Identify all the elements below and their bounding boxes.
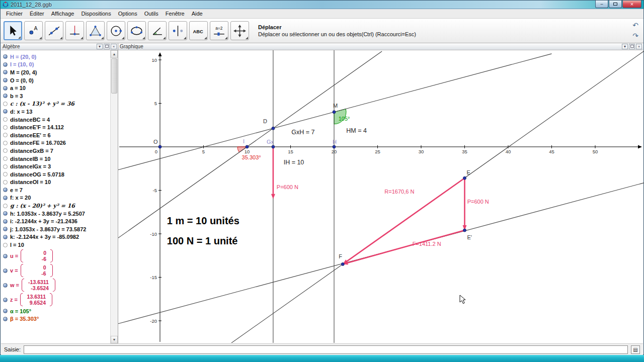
tool-perpendicular-line-button[interactable]	[65, 21, 84, 40]
algebra-item[interactable]: I = (10, 0)	[1, 61, 110, 69]
algebra-item[interactable]: distanceIB = 10	[1, 155, 110, 163]
visibility-marble-icon[interactable]	[3, 125, 8, 130]
legend-text[interactable]: 100 N = 1 unité	[167, 235, 238, 246]
algebra-item[interactable]: distanceE'F = 14.112	[1, 123, 110, 131]
scroll-up-button[interactable]: ▲	[111, 50, 118, 58]
tool-line-button[interactable]	[45, 21, 63, 40]
menu-item[interactable]: Dispositions	[77, 10, 114, 18]
visibility-marble-icon[interactable]	[3, 102, 8, 106]
menu-item[interactable]: Éditer	[26, 10, 48, 18]
visibility-marble-icon[interactable]	[3, 235, 8, 239]
graphics-close-button[interactable]: ×	[636, 44, 642, 49]
visibility-marble-icon[interactable]	[3, 86, 8, 90]
algebra-item[interactable]: distanceGxB = 7	[1, 147, 110, 155]
algebra-item[interactable]: α = 105°	[1, 307, 110, 315]
vector-label[interactable]: F=1411.2 N	[413, 241, 441, 247]
visibility-marble-icon[interactable]	[3, 109, 8, 114]
visibility-marble-icon[interactable]	[3, 211, 8, 216]
measure-text[interactable]: GxH = 7	[291, 129, 314, 136]
algebra-item[interactable]: z = 13.63119.6524	[1, 293, 110, 307]
visibility-marble-icon[interactable]	[3, 227, 8, 231]
legend-text[interactable]: 1 m = 10 unités	[167, 215, 239, 226]
visibility-marble-icon[interactable]	[3, 180, 8, 185]
tool-conic-button[interactable]	[127, 21, 146, 40]
algebra-item[interactable]: j: 1.0353x - 3.8637y = 73.5872	[1, 225, 110, 233]
vector-label[interactable]: P=600 N	[277, 184, 298, 190]
graph-point-I[interactable]	[246, 145, 249, 148]
graph-svg[interactable]: 05101520253035404550105-5-10-15-20105°35…	[118, 50, 644, 343]
graph-point-H[interactable]	[333, 145, 336, 148]
algebra-item[interactable]: l = 10	[1, 241, 110, 249]
scroll-down-button[interactable]: ▼	[111, 336, 118, 343]
algebra-item[interactable]: distanceFE = 16.7026	[1, 139, 110, 147]
angle-label[interactable]: 105°	[339, 116, 350, 122]
algebra-close-button[interactable]: ×	[111, 44, 117, 49]
algebra-item[interactable]: b = 3	[1, 92, 110, 100]
algebra-item[interactable]: h: 1.0353x - 3.8637y = 5.2507	[1, 210, 110, 218]
algebra-item[interactable]: g : (x - 20)² + y² = 16	[1, 202, 110, 210]
graph-point-D[interactable]	[272, 127, 275, 130]
tool-move-button[interactable]	[4, 21, 22, 40]
graphics-panel[interactable]: Graphique ▾ × 05101520253035404550105-5-…	[118, 43, 643, 343]
algebra-item[interactable]: distanceIGx = 3	[1, 162, 110, 170]
visibility-marble-icon[interactable]	[3, 117, 8, 122]
redo-button[interactable]: ↷	[630, 31, 640, 41]
tool-angle-button[interactable]	[148, 21, 167, 40]
undo-button[interactable]: ↶	[630, 20, 640, 30]
tool-reflection-button[interactable]	[169, 21, 187, 40]
algebra-item[interactable]: e = 7	[1, 186, 110, 194]
visibility-marble-icon[interactable]	[3, 164, 8, 169]
menu-item[interactable]: Options	[115, 10, 141, 18]
algebra-detach-button[interactable]	[104, 44, 110, 49]
vector-label[interactable]: P=600 N	[467, 199, 489, 205]
tool-point-button[interactable]: A	[24, 21, 43, 40]
menu-item[interactable]: Fichier	[3, 10, 26, 18]
titlebar[interactable]: 2011_12_28.ggb – ×	[1, 1, 643, 9]
algebra-item[interactable]: M = (20, 4)	[1, 68, 110, 76]
graph-line-k[interactable]	[224, 50, 644, 343]
menu-item[interactable]: Fenêtre	[162, 10, 188, 18]
visibility-marble-icon[interactable]	[3, 196, 8, 200]
visibility-marble-icon[interactable]	[3, 62, 8, 67]
algebra-item[interactable]: v = 0-6	[1, 263, 110, 278]
menu-item[interactable]: Affichage	[48, 10, 78, 18]
visibility-marble-icon[interactable]	[3, 254, 8, 258]
graphics-options-button[interactable]: ▾	[622, 44, 628, 49]
algebra-item[interactable]: f: x = 20	[1, 194, 110, 202]
tool-text-button[interactable]: ABC	[189, 21, 208, 40]
tool-polygon-button[interactable]	[86, 21, 105, 40]
visibility-marble-icon[interactable]	[3, 188, 8, 192]
close-button[interactable]: ×	[622, 1, 641, 8]
force-vector[interactable]	[348, 230, 465, 263]
algebra-scrollbar[interactable]: ▲ ▼	[110, 50, 118, 343]
input-help-button[interactable]: ▤	[631, 345, 640, 354]
visibility-marble-icon[interactable]	[3, 268, 8, 273]
angle-label[interactable]: 35.303°	[242, 154, 261, 160]
command-input[interactable]	[24, 345, 628, 354]
graph-point-Gx[interactable]	[272, 145, 275, 148]
graph-line-j[interactable]	[118, 171, 644, 325]
scrollbar-thumb[interactable]	[111, 58, 117, 94]
algebra-options-button[interactable]: ▾	[97, 44, 103, 49]
algebra-item[interactable]: distanceEE' = 6	[1, 131, 110, 139]
vector-label[interactable]: R=1670,6 N	[384, 189, 414, 195]
visibility-marble-icon[interactable]	[3, 219, 8, 224]
algebra-item[interactable]: w = -13.6311-3.6524	[1, 278, 110, 293]
visibility-marble-icon[interactable]	[3, 243, 8, 247]
minimize-button[interactable]: –	[595, 1, 608, 8]
algebra-item[interactable]: u = 0-6	[1, 249, 110, 263]
graphics-detach-button[interactable]	[629, 44, 635, 49]
visibility-marble-icon[interactable]	[3, 172, 8, 176]
algebra-item[interactable]: a = 10	[1, 84, 110, 92]
graph-point-E'[interactable]	[463, 229, 466, 232]
algebra-item[interactable]: d: x = 13	[1, 108, 110, 116]
visibility-marble-icon[interactable]	[3, 156, 8, 161]
visibility-marble-icon[interactable]	[3, 298, 8, 302]
algebra-item[interactable]: k: -2.1244x + 3y = -85.0982	[1, 233, 110, 241]
visibility-marble-icon[interactable]	[3, 94, 8, 98]
visibility-marble-icon[interactable]	[3, 204, 8, 208]
tool-move-graphics-view-button[interactable]	[230, 21, 249, 40]
measure-text[interactable]: HM = 4	[346, 127, 367, 134]
graph-point-M[interactable]	[333, 111, 336, 114]
measure-text[interactable]: IH = 10	[284, 159, 304, 166]
